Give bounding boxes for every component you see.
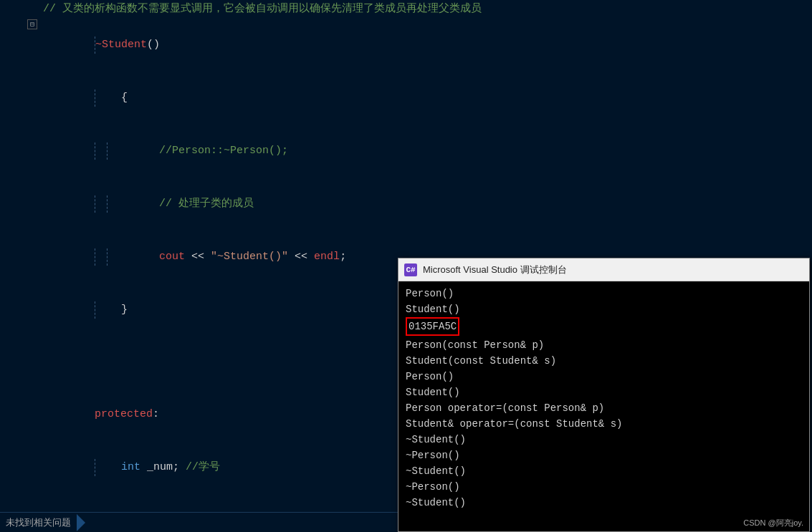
debug-line-2: Student() bbox=[406, 301, 802, 317]
gutter-collapse: ⊟ bbox=[0, 19, 40, 29]
debug-title: Microsoft Visual Studio 调试控制台 bbox=[423, 263, 567, 276]
line-text: // 又类的析构函数不需要显式调用，它会被自动调用以确保先清理了类成员再处理父类… bbox=[40, 1, 812, 18]
debug-line-6: Student() bbox=[406, 385, 802, 400]
debug-line-3: Person(const Person& p) bbox=[406, 337, 802, 353]
status-bar: 未找到相关问题 bbox=[0, 512, 401, 532]
vs-icon: C# bbox=[404, 263, 417, 276]
debug-line-10: ~Person() bbox=[406, 448, 802, 463]
debug-address: 0135FA5C bbox=[406, 317, 459, 336]
debug-line-7: Person operator=(const Person& p) bbox=[406, 400, 802, 416]
attribution: CSDN @阿亮joy. bbox=[743, 518, 803, 528]
debug-line-12: ~Person() bbox=[406, 479, 802, 495]
debug-line-11: ~Student() bbox=[406, 463, 802, 479]
debug-console[interactable]: C# Microsoft Visual Studio 调试控制台 Person(… bbox=[398, 258, 810, 532]
line-text: { bbox=[40, 72, 812, 124]
status-text: 未找到相关问题 bbox=[6, 516, 71, 529]
line-open-brace-1: { bbox=[0, 72, 812, 125]
line-comment-person: //Person::~Person(); bbox=[0, 125, 812, 178]
code-editor: // 又类的析构函数不需要显式调用，它会被自动调用以确保先清理了类成员再处理父类… bbox=[0, 0, 812, 532]
debug-line-highlighted: 0135FA5C bbox=[406, 317, 802, 337]
debug-line-9: ~Student() bbox=[406, 432, 802, 448]
debug-line-1: Person() bbox=[406, 286, 802, 301]
debug-line-8: Student& operator=(const Student& s) bbox=[406, 416, 802, 432]
line-text: ~Student() bbox=[40, 19, 812, 71]
debug-line-13: ~Student() bbox=[406, 495, 802, 511]
line-text: //Person::~Person(); bbox=[40, 125, 812, 177]
line-text: // 处理子类的成员 bbox=[40, 178, 812, 230]
line-destructor: ⊟ ~Student() bbox=[0, 19, 812, 72]
line-comment-subclass: // 处理子类的成员 bbox=[0, 178, 812, 231]
debug-titlebar: C# Microsoft Visual Studio 调试控制台 bbox=[398, 258, 809, 281]
debug-line-4: Student(const Student& s) bbox=[406, 353, 802, 369]
debug-line-5: Person() bbox=[406, 369, 802, 385]
collapse-icon[interactable]: ⊟ bbox=[27, 19, 37, 29]
debug-output: Person() Student() 0135FA5C Person(const… bbox=[398, 281, 809, 531]
line-comment-top: // 又类的析构函数不需要显式调用，它会被自动调用以确保先清理了类成员再处理父类… bbox=[0, 0, 812, 19]
